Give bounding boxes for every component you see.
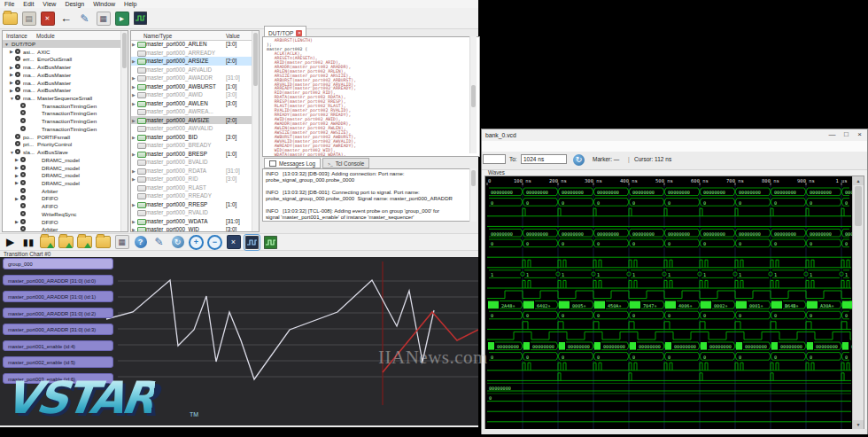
tab-tcl-console[interactable]: >_ Tcl Console [322, 158, 369, 168]
close-tab-icon[interactable]: × [296, 30, 302, 36]
tree-row[interactable]: ▶ma...AxiBusMaster [3, 71, 121, 79]
signal-row[interactable]: master_port000_AWVALID [131, 124, 252, 133]
menu-window[interactable]: Window [89, 0, 120, 8]
expand-icon[interactable]: ▶ [10, 88, 13, 93]
zoom-in-icon[interactable]: + [189, 235, 204, 250]
tree-row[interactable]: TransactionTimingGen [3, 109, 121, 117]
tree-row[interactable]: Arbiter [3, 187, 121, 195]
signal-row[interactable]: master_port000_ARREADY [131, 49, 252, 58]
folder-import-icon[interactable] [40, 235, 55, 250]
tab-messages-log[interactable]: Messages Log [264, 158, 321, 168]
tree-row[interactable]: TransactionTimingGen [3, 102, 121, 110]
calculator-icon[interactable]: ▦ [114, 235, 129, 250]
messages-log-view[interactable]: INFO [13:03:32] [DB-003]: Adding connect… [262, 168, 475, 222]
signal-row[interactable]: ▶master_port000_WID[3:0] [131, 225, 252, 232]
signal-row[interactable]: master_port000_RREADY [131, 191, 252, 200]
signal-row[interactable]: master_port000_BREADY [131, 141, 252, 150]
expand-icon[interactable]: ▶ [132, 219, 136, 224]
waveform-canvas[interactable]: 0000000000000000000000000000000000000000… [485, 185, 853, 429]
signal-row[interactable]: ▶master_port000_BRESP[1:0] [131, 150, 252, 159]
expand-icon[interactable]: ▶ [132, 101, 136, 106]
tree-row[interactable]: TransactionTimingGen [3, 117, 121, 125]
menu-edit[interactable]: Edit [19, 0, 38, 8]
collapse-icon[interactable]: ▼ [10, 96, 14, 101]
wave-horizontal-scrollbar[interactable] [482, 429, 867, 434]
close-red-icon[interactable]: ✕ [40, 11, 55, 26]
menu-help[interactable]: Help [120, 0, 141, 8]
tree-row[interactable]: ▶ma...AxiBusMaster [3, 79, 121, 87]
signal-list-scrollbar[interactable] [252, 31, 259, 231]
expand-icon[interactable]: ▶ [132, 176, 136, 182]
tree-row[interactable]: err...ErrorOutSmall [3, 55, 121, 63]
signal-row[interactable]: ▶master_port000_RID[3:0] [131, 175, 252, 183]
expand-icon[interactable]: ▶ [15, 180, 19, 185]
tree-row[interactable]: ▶DFIFO [3, 194, 121, 202]
scroll-up-icon[interactable]: ▲ [853, 176, 864, 185]
tree-row[interactable]: ▼DUT/TOP [3, 40, 121, 48]
signal-row[interactable]: ▶master_port000_AWID[3:0] [131, 90, 252, 99]
close-button[interactable]: × [853, 129, 866, 140]
folder-down-icon[interactable] [77, 235, 92, 250]
expand-icon[interactable]: ▶ [10, 80, 13, 85]
from-input[interactable] [483, 154, 506, 164]
menu-design[interactable]: Design [60, 0, 89, 8]
chart-signal-label[interactable]: master_port002_enable (id:5) [3, 356, 113, 368]
tree-row[interactable]: TransactionTimingGen [3, 125, 121, 133]
expand-icon[interactable]: ▶ [15, 157, 19, 162]
folder-open-icon[interactable] [96, 235, 111, 250]
expand-icon[interactable]: ▶ [15, 196, 19, 201]
expand-icon[interactable]: ▶ [15, 165, 19, 170]
expand-icon[interactable]: ▶ [132, 84, 136, 90]
signal-row[interactable]: ▶master_port000_AWLEN[3:0] [131, 99, 252, 108]
expand-icon[interactable]: ▶ [10, 72, 13, 77]
refresh-icon[interactable]: ↻ [170, 235, 185, 250]
source-scrollbar[interactable] [469, 36, 477, 153]
tree-row[interactable]: ▶ma...AxiBusMaster [3, 63, 121, 71]
signal-row[interactable]: ▶master_port000_WDATA[31:0] [131, 217, 252, 226]
chart-signal-label[interactable]: master_port000_ARADDR [31:0] (id:2) [3, 308, 113, 319]
chart-group-label[interactable]: group_000 [3, 258, 113, 269]
expand-icon[interactable]: ▶ [132, 118, 136, 123]
signal-row[interactable]: ▶master_port000_BID[3:0] [131, 133, 252, 142]
tree-row[interactable]: ▼sla...AxiBusSlave [3, 148, 121, 156]
menu-file[interactable]: File [0, 0, 19, 8]
zoom-out-icon[interactable]: − [207, 235, 222, 250]
collapse-icon[interactable]: ▼ [10, 150, 14, 155]
minimize-button[interactable]: — [825, 129, 839, 140]
signal-row[interactable]: ▶master_port000_RRESP[1:0] [131, 200, 252, 209]
folder-up-icon[interactable] [58, 235, 74, 250]
edit-pen-icon[interactable]: ✎ [77, 11, 92, 26]
info-icon[interactable]: ? [133, 235, 148, 250]
signal-row[interactable]: master_port000_RVALID [131, 208, 252, 217]
signal-row[interactable]: master_port000_BVALID [131, 158, 252, 167]
instance-tree-scrollbar[interactable] [120, 31, 128, 231]
tree-row[interactable]: ▶DRAMC_model [3, 171, 121, 179]
expand-icon[interactable]: ▶ [132, 227, 136, 232]
probe-pen-icon[interactable]: ✎ [151, 235, 167, 250]
tree-row[interactable]: Arbiter [3, 225, 121, 232]
expand-icon[interactable]: ▶ [10, 65, 13, 70]
tree-row[interactable]: ▶DRAMC_model [3, 179, 121, 187]
log-scrollbar[interactable] [469, 168, 477, 222]
to-input[interactable] [521, 154, 567, 164]
collapse-icon[interactable]: ▼ [4, 42, 9, 47]
reload-icon[interactable]: ↻ [573, 154, 585, 166]
chart-signal-label[interactable]: master_port001_enable (id:4) [3, 340, 113, 352]
wave-green-icon[interactable] [263, 235, 278, 250]
play-icon[interactable]: ▶ [3, 235, 18, 250]
tree-row[interactable]: ▶DRAMC_model [3, 156, 121, 164]
waveform-dark-icon[interactable] [133, 11, 148, 26]
expand-icon[interactable]: ▶ [132, 152, 136, 157]
signal-row[interactable]: ▶master_port000_AWSIZE[2:0] [131, 116, 252, 125]
calculator-icon[interactable]: ▦ [96, 11, 111, 26]
run-green-icon[interactable]: ▸ [114, 11, 129, 26]
save-icon[interactable]: ▤ [21, 11, 36, 26]
signal-row[interactable]: ▶master_port000_RDATA[31:0] [131, 167, 252, 176]
expand-icon[interactable]: ▶ [132, 42, 136, 47]
tree-row[interactable]: ▶asi...AXIC [3, 48, 121, 56]
signal-row[interactable]: ▶master_port000_AWADDR[31:0] [131, 74, 252, 82]
tree-row[interactable]: ▶ma...AxiBusMaster [3, 86, 121, 94]
tree-row[interactable]: ▼ma...MasterSequenceSmall [3, 94, 121, 102]
chart-signal-label[interactable]: master_port000_ARADDR [31:0] (id:0) [3, 275, 113, 286]
expand-icon[interactable]: ▶ [132, 202, 136, 207]
